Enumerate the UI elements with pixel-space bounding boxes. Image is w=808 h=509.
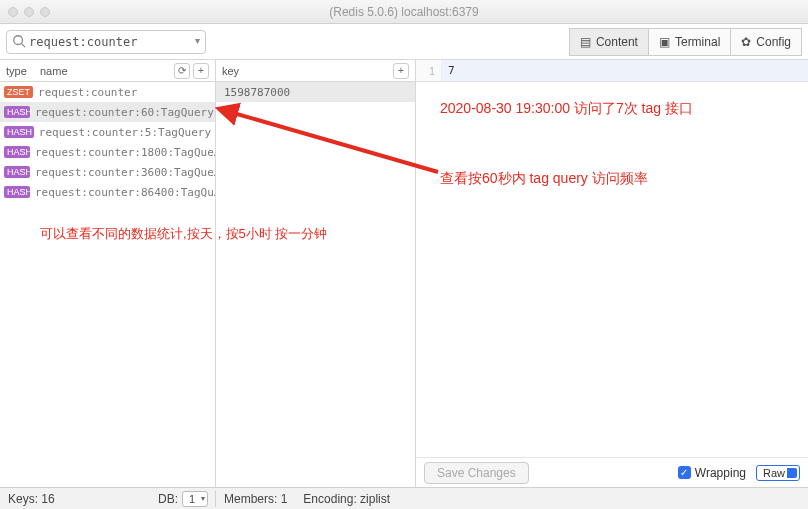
tab-label: Content — [596, 35, 638, 49]
tab-content[interactable]: ▤ Content — [569, 28, 649, 56]
statusbar: Keys: 16 DB: 1 Members: 1 Encoding: zipl… — [0, 487, 808, 509]
search-field-wrap: ▾ — [6, 30, 206, 54]
hash-field-value: 1598787000 — [224, 86, 290, 99]
tab-label: Config — [756, 35, 791, 49]
terminal-icon: ▣ — [659, 35, 670, 49]
key-row[interactable]: HASHrequest:counter:60:TagQuery — [0, 102, 215, 122]
type-badge: HASH — [4, 146, 30, 158]
line-number: 1 — [416, 60, 442, 81]
editor-content[interactable]: 7 — [442, 60, 808, 81]
type-badge: HASH — [4, 186, 30, 198]
key-list: ZSETrequest:counterHASHrequest:counter:6… — [0, 82, 215, 487]
type-badge: HASH — [4, 166, 30, 178]
format-select[interactable]: Raw — [756, 465, 800, 481]
search-icon — [12, 34, 26, 51]
column-key: key — [222, 65, 239, 77]
key-row[interactable]: HASHrequest:counter:5:TagQuery — [0, 122, 215, 142]
tab-terminal[interactable]: ▣ Terminal — [648, 28, 731, 56]
window-title: (Redis 5.0.6) localhost:6379 — [0, 5, 808, 19]
key-name: request:counter:60:TagQuery — [35, 106, 214, 119]
svg-line-1 — [22, 43, 26, 47]
type-badge: HASH — [4, 126, 34, 138]
db-select[interactable]: 1 — [182, 491, 208, 507]
key-row[interactable]: HASHrequest:counter:86400:TagQu… — [0, 182, 215, 202]
sidebar-header: type name ⟳ + — [0, 60, 215, 82]
editor-footer: Save Changes ✓ Wrapping Raw — [416, 457, 808, 487]
key-row[interactable]: ZSETrequest:counter — [0, 82, 215, 102]
key-name: request:counter:86400:TagQu… — [35, 186, 215, 199]
svg-point-0 — [14, 35, 23, 44]
add-key-button[interactable]: + — [193, 63, 209, 79]
editor-line: 1 7 — [416, 60, 808, 82]
main-area: type name ⟳ + ZSETrequest:counterHASHreq… — [0, 60, 808, 487]
refresh-button[interactable]: ⟳ — [174, 63, 190, 79]
document-icon: ▤ — [580, 35, 591, 49]
key-name: request:counter:5:TagQuery — [39, 126, 211, 139]
view-tabs: ▤ Content ▣ Terminal ✿ Config — [570, 28, 802, 56]
status-keys: Keys: 16 — [0, 492, 150, 506]
key-row[interactable]: HASHrequest:counter:1800:TagQue… — [0, 142, 215, 162]
sidebar-keys: type name ⟳ + ZSETrequest:counterHASHreq… — [0, 60, 216, 487]
add-field-button[interactable]: + — [393, 63, 409, 79]
search-input[interactable] — [6, 30, 206, 54]
save-button[interactable]: Save Changes — [424, 462, 529, 484]
type-badge: HASH — [4, 106, 30, 118]
key-name: request:counter:1800:TagQue… — [35, 146, 215, 159]
wrapping-toggle[interactable]: ✓ Wrapping — [678, 466, 746, 480]
tab-config[interactable]: ✿ Config — [730, 28, 802, 56]
toolbar: ▾ ▤ Content ▣ Terminal ✿ Config — [0, 24, 808, 60]
key-row[interactable]: HASHrequest:counter:3600:TagQue… — [0, 162, 215, 182]
format-label: Raw — [763, 467, 785, 479]
type-badge: ZSET — [4, 86, 33, 98]
tab-label: Terminal — [675, 35, 720, 49]
hash-header: key + — [216, 60, 415, 82]
wrapping-label: Wrapping — [695, 466, 746, 480]
hash-field-row[interactable]: 1598787000 — [216, 82, 415, 102]
status-members: Members: 1 — [216, 492, 295, 506]
hash-keys-panel: key + 1598787000 — [216, 60, 416, 487]
db-label: DB: — [158, 492, 178, 506]
column-type: type — [6, 65, 40, 77]
value-editor-panel: 1 7 Save Changes ✓ Wrapping Raw — [416, 60, 808, 487]
gear-icon: ✿ — [741, 35, 751, 49]
db-value: 1 — [189, 493, 195, 505]
chevron-down-icon[interactable]: ▾ — [195, 35, 200, 46]
column-name: name — [40, 65, 68, 77]
status-encoding: Encoding: ziplist — [295, 492, 398, 506]
editor-body[interactable] — [416, 82, 808, 457]
titlebar: (Redis 5.0.6) localhost:6379 — [0, 0, 808, 24]
checkbox-icon: ✓ — [678, 466, 691, 479]
status-db: DB: 1 — [150, 491, 216, 507]
key-name: request:counter — [38, 86, 137, 99]
key-name: request:counter:3600:TagQue… — [35, 166, 215, 179]
